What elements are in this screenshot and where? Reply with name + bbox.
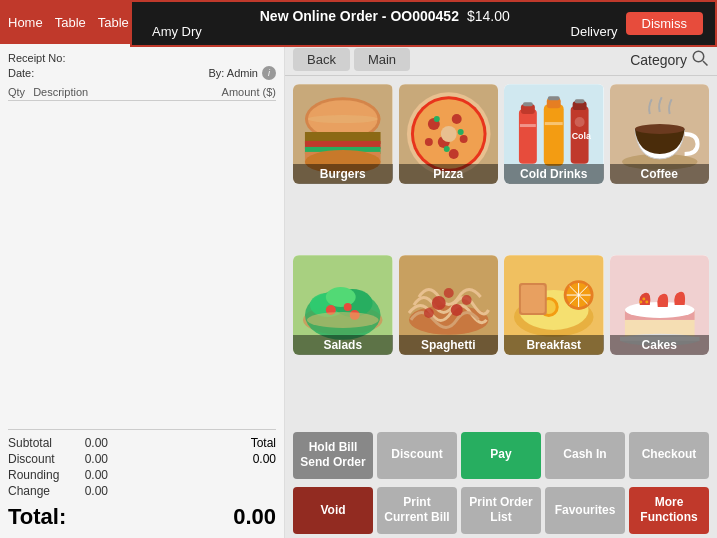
actions-row2: Void Print Current Bill Print Order List… xyxy=(285,483,717,538)
svg-point-57 xyxy=(423,308,433,318)
category-salads-label: Salads xyxy=(293,335,393,355)
category-toolbar: Back Main Category xyxy=(285,44,717,76)
svg-point-21 xyxy=(433,116,439,122)
svg-point-77 xyxy=(645,300,648,303)
nav-table[interactable]: Table xyxy=(55,15,86,30)
svg-rect-36 xyxy=(575,99,585,103)
category-coffee[interactable]: Coffee xyxy=(610,84,710,184)
admin-info: By: Admin i xyxy=(208,66,276,80)
search-icon xyxy=(691,49,709,67)
svg-point-19 xyxy=(424,138,432,146)
receipt-info: Receipt No: Date: By: Admin i xyxy=(8,52,276,82)
svg-point-58 xyxy=(461,295,471,305)
dismiss-button[interactable]: Dismiss xyxy=(626,12,704,35)
svg-point-78 xyxy=(639,300,642,303)
info-icon[interactable]: i xyxy=(262,66,276,80)
svg-point-76 xyxy=(642,297,645,300)
svg-point-41 xyxy=(634,124,684,134)
print-current-bill-button[interactable]: Print Current Bill xyxy=(377,487,457,534)
category-label: Category xyxy=(630,52,687,68)
total-big-label: Total: xyxy=(8,504,66,530)
svg-point-54 xyxy=(431,296,445,310)
date-label: Date: xyxy=(8,67,34,79)
main-button[interactable]: Main xyxy=(354,48,410,71)
by-admin-label: By: Admin xyxy=(208,67,258,79)
svg-rect-30 xyxy=(544,104,564,166)
svg-point-24 xyxy=(440,126,456,142)
svg-point-18 xyxy=(459,135,467,143)
subtotal-value: 0.00 xyxy=(68,436,108,450)
rounding-label: Rounding xyxy=(8,468,68,482)
category-cakes-label: Cakes xyxy=(610,335,710,355)
svg-point-55 xyxy=(450,304,462,316)
svg-point-22 xyxy=(457,129,463,135)
discount-value: 0.00 xyxy=(68,452,108,466)
left-panel: Receipt No: Date: By: Admin i Qty Descri… xyxy=(0,44,285,538)
search-button[interactable] xyxy=(691,49,709,71)
category-coffee-label: Coffee xyxy=(610,164,710,184)
category-cold-drinks-label: Cold Drinks xyxy=(504,164,604,184)
col-headers: Qty Description Amount ($) xyxy=(8,86,276,101)
discount-label: Discount xyxy=(8,452,68,466)
customer-name: Amy Dry xyxy=(152,24,202,39)
desc-col-header: Description xyxy=(33,86,88,98)
rounding-value: 0.00 xyxy=(68,468,108,482)
category-grid: Burgers xyxy=(285,76,717,428)
nav-home[interactable]: Home xyxy=(8,15,43,30)
back-button[interactable]: Back xyxy=(293,48,350,71)
svg-point-10 xyxy=(308,115,378,123)
svg-point-20 xyxy=(448,149,458,159)
order-title: New Online Order - OO000452 xyxy=(260,8,459,24)
category-salads[interactable]: Salads xyxy=(293,255,393,355)
svg-rect-28 xyxy=(523,102,533,106)
actions-row1: Hold BillSend Order Discount Pay Cash In… xyxy=(285,428,717,483)
right-panel: Back Main Category xyxy=(285,44,717,538)
amount-col-header: Amount ($) xyxy=(222,86,276,98)
category-pizza[interactable]: Pizza xyxy=(399,84,499,184)
svg-point-23 xyxy=(443,146,449,152)
cash-in-button[interactable]: Cash In xyxy=(545,432,625,479)
total-right-value: 0.00 xyxy=(253,452,276,466)
print-order-list-button[interactable]: Print Order List xyxy=(461,487,541,534)
category-breakfast[interactable]: Breakfast xyxy=(504,255,604,355)
svg-point-51 xyxy=(307,312,379,328)
svg-rect-33 xyxy=(545,122,563,125)
more-functions-button[interactable]: More Functions xyxy=(629,487,709,534)
svg-rect-29 xyxy=(520,124,536,127)
svg-line-1 xyxy=(703,61,708,66)
svg-rect-26 xyxy=(519,109,537,164)
discount-button[interactable]: Discount xyxy=(377,432,457,479)
main-layout: Receipt No: Date: By: Admin i Qty Descri… xyxy=(0,44,717,538)
svg-point-49 xyxy=(344,303,352,311)
totals-section: Subtotal 0.00 Discount 0.00 Rounding 0.0… xyxy=(8,429,276,530)
items-area xyxy=(8,105,276,429)
category-cold-drinks[interactable]: Cola Cold Drinks xyxy=(504,84,604,184)
change-label: Change xyxy=(8,484,68,498)
total-big-value: 0.00 xyxy=(233,504,276,530)
category-pizza-label: Pizza xyxy=(399,164,499,184)
category-burgers-label: Burgers xyxy=(293,164,393,184)
category-spaghetti[interactable]: Spaghetti xyxy=(399,255,499,355)
svg-rect-32 xyxy=(548,96,560,100)
category-burgers[interactable]: Burgers xyxy=(293,84,393,184)
category-cakes[interactable]: Cakes xyxy=(610,255,710,355)
category-spaghetti-label: Spaghetti xyxy=(399,335,499,355)
subtotal-label: Subtotal xyxy=(8,436,68,450)
total-right-label: Total xyxy=(251,436,276,450)
svg-rect-65 xyxy=(521,285,545,313)
total-big: Total: 0.00 xyxy=(8,504,276,530)
svg-text:Cola: Cola xyxy=(572,131,592,141)
void-button[interactable]: Void xyxy=(293,487,373,534)
checkout-button[interactable]: Checkout xyxy=(629,432,709,479)
hold-bill-send-order-button[interactable]: Hold BillSend Order xyxy=(293,432,373,479)
svg-point-16 xyxy=(451,114,461,124)
svg-point-47 xyxy=(326,287,356,307)
pay-button[interactable]: Pay xyxy=(461,432,541,479)
svg-point-56 xyxy=(443,288,453,298)
change-value: 0.00 xyxy=(68,484,108,498)
delivery-label: Delivery xyxy=(571,24,618,39)
qty-col-header: Qty xyxy=(8,86,25,98)
svg-point-38 xyxy=(575,117,585,127)
favourites-button[interactable]: Favourites xyxy=(545,487,625,534)
svg-point-0 xyxy=(693,51,704,62)
